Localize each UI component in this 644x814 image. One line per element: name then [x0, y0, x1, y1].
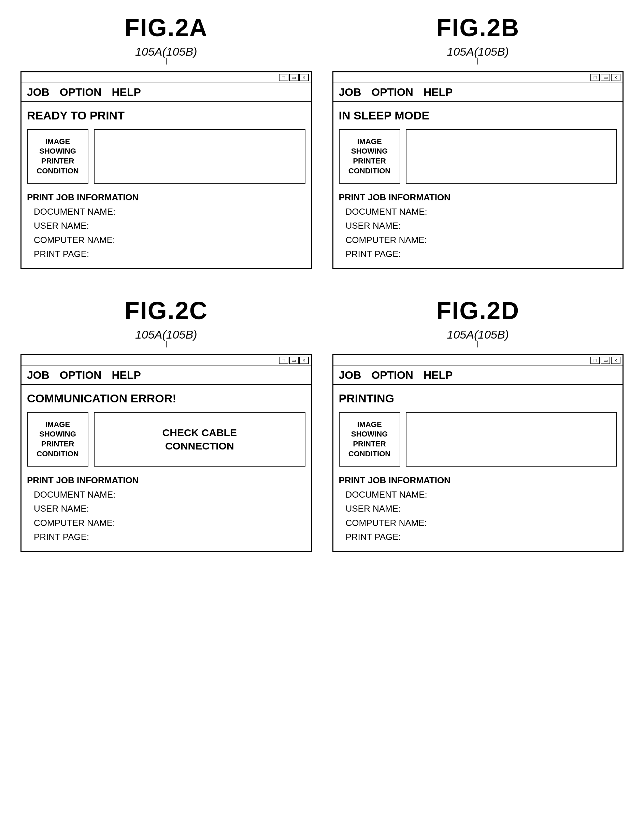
images-row-fig2a: IMAGE SHOWINGPRINTERCONDITION	[27, 129, 305, 184]
menu-item-job[interactable]: JOB	[27, 369, 49, 382]
menu-item-job[interactable]: JOB	[339, 86, 362, 99]
print-job-line-2-fig2a: COMPUTER NAME:	[27, 233, 305, 247]
titlebar-fig2d: □▭×	[333, 355, 623, 366]
print-job-line-2-fig2d: COMPUTER NAME:	[339, 516, 617, 530]
menu-item-help[interactable]: HELP	[112, 369, 141, 382]
figure-fig2a: FIG.2A105A(105B)□▭×JOBOPTIONHELPREADY TO…	[20, 14, 312, 269]
print-job-line-0-fig2a: DOCUMENT NAME:	[27, 205, 305, 219]
figures-grid: FIG.2A105A(105B)□▭×JOBOPTIONHELPREADY TO…	[20, 14, 624, 552]
menu-item-option[interactable]: OPTION	[371, 369, 413, 382]
print-job-line-1-fig2b: USER NAME:	[339, 219, 617, 233]
window-fig2b: □▭×JOBOPTIONHELPIN SLEEP MODEIMAGE SHOWI…	[333, 71, 624, 269]
close-button[interactable]: ×	[299, 74, 309, 81]
window-fig2a: □▭×JOBOPTIONHELPREADY TO PRINTIMAGE SHOW…	[20, 71, 312, 269]
print-job-line-3-fig2d: PRINT PAGE:	[339, 530, 617, 544]
print-job-info-fig2b: PRINT JOB INFORMATIONDOCUMENT NAME:USER …	[339, 190, 617, 261]
print-job-header-fig2d: PRINT JOB INFORMATION	[339, 474, 617, 488]
minimize-button[interactable]: □	[590, 74, 600, 81]
print-job-info-fig2d: PRINT JOB INFORMATIONDOCUMENT NAME:USER …	[339, 474, 617, 544]
print-job-line-2-fig2c: COMPUTER NAME:	[27, 516, 305, 530]
image-box-left-fig2d: IMAGE SHOWINGPRINTERCONDITION	[339, 412, 400, 466]
window-fig2c: □▭×JOBOPTIONHELPCOMMUNICATION ERROR!IMAG…	[20, 354, 312, 552]
maximize-button[interactable]: ▭	[289, 74, 299, 81]
titlebar-fig2b: □▭×	[333, 72, 623, 83]
print-job-info-fig2c: PRINT JOB INFORMATIONDOCUMENT NAME:USER …	[27, 474, 305, 544]
figure-label-fig2c: 105A(105B)	[135, 328, 197, 341]
print-job-line-0-fig2d: DOCUMENT NAME:	[339, 488, 617, 502]
menu-item-job[interactable]: JOB	[339, 369, 362, 382]
print-job-line-1-fig2a: USER NAME:	[27, 219, 305, 233]
image-box-right-fig2a	[94, 129, 305, 184]
menu-item-option[interactable]: OPTION	[371, 86, 413, 99]
image-box-left-fig2a: IMAGE SHOWINGPRINTERCONDITION	[27, 129, 88, 184]
close-button[interactable]: ×	[611, 357, 621, 364]
images-row-fig2c: IMAGE SHOWINGPRINTERCONDITIONCHECK CABLE…	[27, 412, 305, 466]
figure-label-fig2a: 105A(105B)	[135, 45, 197, 58]
print-job-header-fig2b: PRINT JOB INFORMATION	[339, 190, 617, 205]
print-job-info-fig2a: PRINT JOB INFORMATIONDOCUMENT NAME:USER …	[27, 190, 305, 261]
figure-fig2d: FIG.2D105A(105B)□▭×JOBOPTIONHELPPRINTING…	[333, 297, 624, 552]
images-row-fig2d: IMAGE SHOWINGPRINTERCONDITION	[339, 412, 617, 466]
close-button[interactable]: ×	[299, 357, 309, 364]
figure-title-fig2a: FIG.2A	[124, 14, 208, 41]
menubar-fig2a: JOBOPTIONHELP	[21, 83, 311, 102]
window-body-fig2d: PRINTINGIMAGE SHOWINGPRINTERCONDITIONPRI…	[333, 385, 623, 551]
image-box-left-fig2b: IMAGE SHOWINGPRINTERCONDITION	[339, 129, 400, 184]
minimize-button[interactable]: □	[279, 357, 288, 364]
menu-item-job[interactable]: JOB	[27, 86, 49, 99]
print-job-line-1-fig2d: USER NAME:	[339, 502, 617, 516]
status-text-fig2a: READY TO PRINT	[27, 109, 305, 122]
menubar-fig2b: JOBOPTIONHELP	[333, 83, 623, 102]
print-job-header-fig2a: PRINT JOB INFORMATION	[27, 190, 305, 205]
close-button[interactable]: ×	[611, 74, 621, 81]
status-text-fig2b: IN SLEEP MODE	[339, 109, 617, 122]
menu-item-option[interactable]: OPTION	[60, 369, 102, 382]
menu-item-help[interactable]: HELP	[423, 369, 452, 382]
window-fig2d: □▭×JOBOPTIONHELPPRINTINGIMAGE SHOWINGPRI…	[333, 354, 624, 552]
menubar-fig2c: JOBOPTIONHELP	[21, 366, 311, 385]
image-box-right-fig2c: CHECK CABLECONNECTION	[94, 412, 305, 466]
menu-item-option[interactable]: OPTION	[60, 86, 102, 99]
print-job-line-3-fig2b: PRINT PAGE:	[339, 247, 617, 261]
print-job-line-3-fig2a: PRINT PAGE:	[27, 247, 305, 261]
status-text-fig2d: PRINTING	[339, 392, 617, 405]
maximize-button[interactable]: ▭	[289, 357, 299, 364]
image-box-left-fig2c: IMAGE SHOWINGPRINTERCONDITION	[27, 412, 88, 466]
figure-label-fig2b: 105A(105B)	[447, 45, 509, 58]
figure-title-fig2d: FIG.2D	[436, 297, 520, 325]
figure-fig2b: FIG.2B105A(105B)□▭×JOBOPTIONHELPIN SLEEP…	[333, 14, 624, 269]
image-box-right-fig2d	[406, 412, 617, 466]
menu-item-help[interactable]: HELP	[112, 86, 141, 99]
print-job-line-0-fig2b: DOCUMENT NAME:	[339, 205, 617, 219]
window-body-fig2b: IN SLEEP MODEIMAGE SHOWINGPRINTERCONDITI…	[333, 102, 623, 268]
figure-title-fig2c: FIG.2C	[124, 297, 208, 325]
image-box-right-fig2b	[406, 129, 617, 184]
maximize-button[interactable]: ▭	[601, 357, 610, 364]
maximize-button[interactable]: ▭	[601, 74, 610, 81]
titlebar-fig2a: □▭×	[21, 72, 311, 83]
print-job-header-fig2c: PRINT JOB INFORMATION	[27, 474, 305, 488]
menubar-fig2d: JOBOPTIONHELP	[333, 366, 623, 385]
print-job-line-3-fig2c: PRINT PAGE:	[27, 530, 305, 544]
images-row-fig2b: IMAGE SHOWINGPRINTERCONDITION	[339, 129, 617, 184]
window-body-fig2c: COMMUNICATION ERROR!IMAGE SHOWINGPRINTER…	[21, 385, 311, 551]
minimize-button[interactable]: □	[279, 74, 288, 81]
minimize-button[interactable]: □	[590, 357, 600, 364]
print-job-line-1-fig2c: USER NAME:	[27, 502, 305, 516]
figure-label-fig2d: 105A(105B)	[447, 328, 509, 341]
print-job-line-0-fig2c: DOCUMENT NAME:	[27, 488, 305, 502]
print-job-line-2-fig2b: COMPUTER NAME:	[339, 233, 617, 247]
menu-item-help[interactable]: HELP	[423, 86, 452, 99]
figure-title-fig2b: FIG.2B	[436, 14, 520, 41]
titlebar-fig2c: □▭×	[21, 355, 311, 366]
status-text-fig2c: COMMUNICATION ERROR!	[27, 392, 305, 405]
figure-fig2c: FIG.2C105A(105B)□▭×JOBOPTIONHELPCOMMUNIC…	[20, 297, 312, 552]
window-body-fig2a: READY TO PRINTIMAGE SHOWINGPRINTERCONDIT…	[21, 102, 311, 268]
